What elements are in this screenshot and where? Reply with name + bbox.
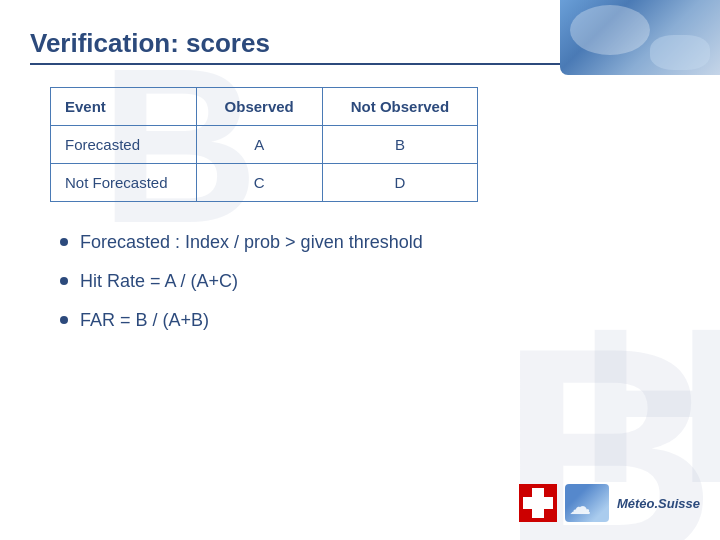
- bullet-text-2: Hit Rate = A / (A+C): [80, 271, 238, 292]
- table-cell-not-forecasted-label: Not Forecasted: [51, 164, 197, 202]
- bullet-list: Forecasted : Index / prob > given thresh…: [60, 232, 690, 331]
- table-row-not-forecasted: Not Forecasted C D: [51, 164, 478, 202]
- bullet-dot-3: [60, 316, 68, 324]
- table-cell-a: A: [196, 126, 322, 164]
- score-table: Event Observed Not Observed Forecasted A…: [50, 87, 478, 202]
- logo-area: Météo.Suisse: [519, 484, 700, 522]
- bullet-item-1: Forecasted : Index / prob > given thresh…: [60, 232, 690, 253]
- table-cell-forecasted-label: Forecasted: [51, 126, 197, 164]
- swiss-cross-icon: [519, 484, 557, 522]
- logo-text: Météo.Suisse: [617, 496, 700, 511]
- table-cell-c: C: [196, 164, 322, 202]
- bullet-item-3: FAR = B / (A+B): [60, 310, 690, 331]
- bullet-dot-2: [60, 277, 68, 285]
- bullet-item-2: Hit Rate = A / (A+C): [60, 271, 690, 292]
- bullet-dot-1: [60, 238, 68, 246]
- table-cell-b: B: [322, 126, 477, 164]
- table-header-row: Event Observed Not Observed: [51, 88, 478, 126]
- table-row-forecasted: Forecasted A B: [51, 126, 478, 164]
- bullet-text-3: FAR = B / (A+B): [80, 310, 209, 331]
- header-image: [560, 0, 720, 75]
- table-header-not-observed: Not Observed: [322, 88, 477, 126]
- table-header-event: Event: [51, 88, 197, 126]
- table-cell-d: D: [322, 164, 477, 202]
- meteo-icon: [565, 484, 609, 522]
- table-header-observed: Observed: [196, 88, 322, 126]
- bullet-text-1: Forecasted : Index / prob > given thresh…: [80, 232, 423, 253]
